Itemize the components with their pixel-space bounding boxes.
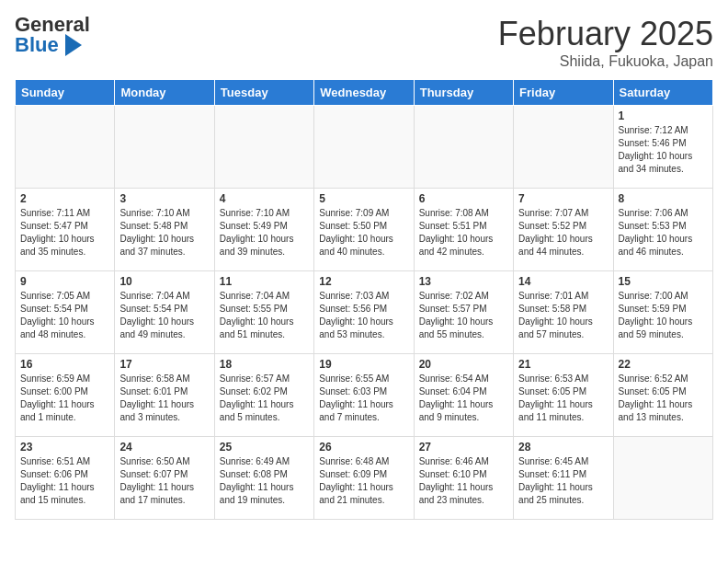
title-block: February 2025 Shiida, Fukuoka, Japan	[498, 15, 713, 70]
weekday-header-sunday: Sunday	[16, 80, 115, 106]
calendar-week-2: 2Sunrise: 7:11 AM Sunset: 5:47 PM Daylig…	[16, 189, 713, 271]
day-number: 25	[220, 441, 309, 454]
day-info: Sunrise: 6:59 AM Sunset: 6:00 PM Dayligh…	[20, 373, 109, 424]
day-number: 6	[419, 192, 508, 205]
day-info: Sunrise: 6:50 AM Sunset: 6:07 PM Dayligh…	[119, 455, 209, 507]
day-number: 20	[419, 358, 508, 371]
day-number: 14	[518, 275, 608, 288]
calendar-cell: 8Sunrise: 7:06 AM Sunset: 5:53 PM Daylig…	[613, 189, 712, 271]
day-number: 13	[419, 275, 508, 288]
calendar-cell: 12Sunrise: 7:03 AM Sunset: 5:56 PM Dayli…	[314, 271, 414, 354]
day-number: 28	[518, 441, 608, 454]
day-number: 22	[619, 358, 708, 371]
day-info: Sunrise: 7:04 AM Sunset: 5:54 PM Dayligh…	[119, 290, 209, 341]
day-info: Sunrise: 7:09 AM Sunset: 5:50 PM Dayligh…	[319, 207, 408, 259]
calendar-week-1: 1Sunrise: 7:12 AM Sunset: 5:46 PM Daylig…	[16, 106, 713, 189]
month-year-title: February 2025	[498, 15, 713, 53]
day-info: Sunrise: 6:48 AM Sunset: 6:09 PM Dayligh…	[319, 455, 408, 507]
day-number: 9	[20, 275, 109, 288]
day-info: Sunrise: 7:06 AM Sunset: 5:53 PM Dayligh…	[619, 207, 708, 259]
logo-general-text: General	[15, 15, 90, 35]
calendar-cell: 5Sunrise: 7:09 AM Sunset: 5:50 PM Daylig…	[314, 189, 414, 271]
day-info: Sunrise: 7:07 AM Sunset: 5:52 PM Dayligh…	[518, 207, 608, 259]
day-number: 26	[319, 441, 408, 454]
calendar-week-5: 23Sunrise: 6:51 AM Sunset: 6:06 PM Dayli…	[16, 437, 713, 520]
day-info: Sunrise: 7:10 AM Sunset: 5:49 PM Dayligh…	[220, 207, 309, 259]
day-info: Sunrise: 7:05 AM Sunset: 5:54 PM Dayligh…	[20, 290, 109, 341]
logo-triangle-icon	[65, 34, 82, 56]
day-number: 1	[619, 109, 708, 122]
calendar-cell: 18Sunrise: 6:57 AM Sunset: 6:02 PM Dayli…	[214, 354, 313, 437]
day-info: Sunrise: 6:52 AM Sunset: 6:05 PM Dayligh…	[619, 373, 708, 424]
calendar-cell: 4Sunrise: 7:10 AM Sunset: 5:49 PM Daylig…	[214, 189, 313, 271]
calendar-cell: 22Sunrise: 6:52 AM Sunset: 6:05 PM Dayli…	[613, 354, 712, 437]
weekday-header-row: SundayMondayTuesdayWednesdayThursdayFrid…	[16, 80, 713, 106]
logo-blue-text: Blue	[15, 35, 85, 55]
day-number: 15	[619, 275, 708, 288]
calendar-cell: 11Sunrise: 7:04 AM Sunset: 5:55 PM Dayli…	[214, 271, 313, 354]
calendar-cell: 9Sunrise: 7:05 AM Sunset: 5:54 PM Daylig…	[16, 271, 115, 354]
logo: General Blue	[15, 15, 90, 55]
day-info: Sunrise: 7:00 AM Sunset: 5:59 PM Dayligh…	[619, 290, 708, 341]
calendar-cell	[16, 106, 115, 189]
calendar-cell: 19Sunrise: 6:55 AM Sunset: 6:03 PM Dayli…	[314, 354, 414, 437]
day-info: Sunrise: 6:45 AM Sunset: 6:11 PM Dayligh…	[518, 455, 608, 507]
day-info: Sunrise: 6:49 AM Sunset: 6:08 PM Dayligh…	[220, 455, 309, 507]
calendar-cell: 27Sunrise: 6:46 AM Sunset: 6:10 PM Dayli…	[414, 437, 513, 520]
calendar-cell: 15Sunrise: 7:00 AM Sunset: 5:59 PM Dayli…	[613, 271, 712, 354]
calendar-cell: 26Sunrise: 6:48 AM Sunset: 6:09 PM Dayli…	[314, 437, 414, 520]
calendar-cell	[214, 106, 313, 189]
calendar-cell: 20Sunrise: 6:54 AM Sunset: 6:04 PM Dayli…	[414, 354, 513, 437]
weekday-header-wednesday: Wednesday	[314, 80, 414, 106]
day-number: 11	[220, 275, 309, 288]
calendar-week-3: 9Sunrise: 7:05 AM Sunset: 5:54 PM Daylig…	[16, 271, 713, 354]
day-number: 18	[220, 358, 309, 371]
day-info: Sunrise: 6:54 AM Sunset: 6:04 PM Dayligh…	[419, 373, 508, 424]
location-subtitle: Shiida, Fukuoka, Japan	[498, 53, 713, 70]
day-number: 16	[20, 358, 109, 371]
day-info: Sunrise: 6:53 AM Sunset: 6:05 PM Dayligh…	[518, 373, 608, 424]
calendar-week-4: 16Sunrise: 6:59 AM Sunset: 6:00 PM Dayli…	[16, 354, 713, 437]
day-number: 23	[20, 441, 109, 454]
calendar-cell: 13Sunrise: 7:02 AM Sunset: 5:57 PM Dayli…	[414, 271, 513, 354]
calendar-cell: 25Sunrise: 6:49 AM Sunset: 6:08 PM Dayli…	[214, 437, 313, 520]
day-info: Sunrise: 7:01 AM Sunset: 5:58 PM Dayligh…	[518, 290, 608, 341]
calendar-cell	[613, 437, 712, 520]
day-info: Sunrise: 6:51 AM Sunset: 6:06 PM Dayligh…	[20, 455, 109, 507]
day-number: 5	[319, 192, 408, 205]
calendar-cell: 6Sunrise: 7:08 AM Sunset: 5:51 PM Daylig…	[414, 189, 513, 271]
day-info: Sunrise: 6:58 AM Sunset: 6:01 PM Dayligh…	[119, 373, 209, 424]
weekday-header-friday: Friday	[514, 80, 613, 106]
day-number: 3	[119, 192, 209, 205]
day-info: Sunrise: 7:04 AM Sunset: 5:55 PM Dayligh…	[220, 290, 309, 341]
calendar-cell	[314, 106, 414, 189]
day-info: Sunrise: 7:10 AM Sunset: 5:48 PM Dayligh…	[119, 207, 209, 259]
calendar-cell	[414, 106, 513, 189]
day-number: 17	[119, 358, 209, 371]
day-info: Sunrise: 7:12 AM Sunset: 5:46 PM Dayligh…	[619, 124, 708, 176]
weekday-header-thursday: Thursday	[414, 80, 513, 106]
calendar-cell: 24Sunrise: 6:50 AM Sunset: 6:07 PM Dayli…	[115, 437, 214, 520]
calendar-cell	[514, 106, 613, 189]
calendar-cell: 7Sunrise: 7:07 AM Sunset: 5:52 PM Daylig…	[514, 189, 613, 271]
calendar-cell: 17Sunrise: 6:58 AM Sunset: 6:01 PM Dayli…	[115, 354, 214, 437]
calendar-cell: 16Sunrise: 6:59 AM Sunset: 6:00 PM Dayli…	[16, 354, 115, 437]
day-info: Sunrise: 6:46 AM Sunset: 6:10 PM Dayligh…	[419, 455, 508, 507]
calendar-cell: 21Sunrise: 6:53 AM Sunset: 6:05 PM Dayli…	[514, 354, 613, 437]
day-info: Sunrise: 6:57 AM Sunset: 6:02 PM Dayligh…	[220, 373, 309, 424]
calendar-cell: 2Sunrise: 7:11 AM Sunset: 5:47 PM Daylig…	[16, 189, 115, 271]
weekday-header-monday: Monday	[115, 80, 214, 106]
day-number: 2	[20, 192, 109, 205]
calendar-table: SundayMondayTuesdayWednesdayThursdayFrid…	[15, 79, 713, 520]
weekday-header-saturday: Saturday	[613, 80, 712, 106]
page-header: General Blue February 2025 Shiida, Fukuo…	[15, 15, 713, 70]
calendar-cell: 1Sunrise: 7:12 AM Sunset: 5:46 PM Daylig…	[613, 106, 712, 189]
day-number: 24	[119, 441, 209, 454]
calendar-cell	[115, 106, 214, 189]
weekday-header-tuesday: Tuesday	[214, 80, 313, 106]
day-info: Sunrise: 7:11 AM Sunset: 5:47 PM Dayligh…	[20, 207, 109, 259]
calendar-cell: 10Sunrise: 7:04 AM Sunset: 5:54 PM Dayli…	[115, 271, 214, 354]
calendar-cell: 28Sunrise: 6:45 AM Sunset: 6:11 PM Dayli…	[514, 437, 613, 520]
day-info: Sunrise: 7:02 AM Sunset: 5:57 PM Dayligh…	[419, 290, 508, 341]
day-number: 7	[518, 192, 608, 205]
